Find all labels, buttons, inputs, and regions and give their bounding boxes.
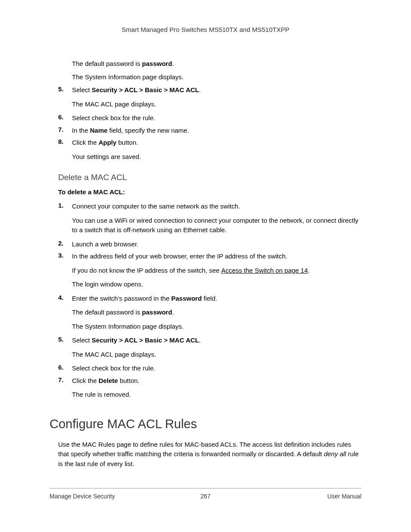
- footer-right: User Manual: [327, 493, 361, 500]
- step-sub: The rule is removed.: [72, 390, 361, 400]
- intro-bold: To delete a MAC ACL:: [58, 188, 361, 196]
- default-password-line: The default password is password.: [72, 59, 361, 69]
- step-number: 4.: [58, 294, 72, 333]
- text-fragment: If you do not know the IP address of the…: [72, 267, 221, 274]
- delete-step-4: 4. Enter the switch's password in the Pa…: [58, 294, 361, 333]
- section-heading-delete-mac-acl: Delete a MAC ACL: [58, 173, 361, 182]
- step-number: 5.: [58, 85, 72, 111]
- footer-left: Manage Device Security: [50, 493, 115, 500]
- delete-step-1: 1. Connect your computer to the same net…: [58, 202, 361, 237]
- page-header-title: Smart Managed Pro Switches MS510TX and M…: [50, 26, 361, 33]
- step-6: 6. Select check box for the rule.: [58, 113, 361, 123]
- step-content: In the Name field, specify the new name.: [72, 126, 361, 136]
- step-number: 1.: [58, 202, 72, 237]
- section-heading-configure-mac-acl: Configure MAC ACL Rules: [50, 417, 361, 431]
- text-fragment: .: [199, 336, 201, 344]
- step-sub: If you do not know the IP address of the…: [72, 266, 361, 276]
- step-number: 7.: [58, 376, 72, 401]
- delete-step-2: 2. Launch a web browser.: [58, 240, 361, 249]
- footer-page-number: 267: [200, 493, 210, 500]
- delete-step-3: 3. In the address field of your web brow…: [58, 252, 361, 291]
- step-number: 8.: [58, 138, 72, 163]
- step-sub: The login window opens.: [72, 280, 361, 289]
- configure-paragraph: Use the MAC Rules page to define rules f…: [58, 440, 361, 469]
- text-fragment: The default password is: [72, 308, 142, 316]
- cross-reference-link[interactable]: Access the Switch on page 14: [221, 267, 308, 274]
- step-number: 3.: [58, 252, 72, 291]
- step-content: Select check box for the rule.: [72, 113, 361, 123]
- text-fragment: Select: [72, 336, 92, 344]
- text-fragment: Connect your computer to the same networ…: [72, 202, 240, 210]
- text-fragment: .: [172, 60, 174, 67]
- text-bold: password: [142, 308, 172, 316]
- text-fragment: field, specify the new name.: [108, 127, 189, 134]
- page-footer: Manage Device Security 267 User Manual: [50, 488, 361, 500]
- text-fragment: In the address field of your web browser…: [72, 252, 287, 260]
- text-fragment: Use the MAC Rules page to define rules f…: [58, 441, 351, 458]
- text-fragment: field.: [202, 295, 217, 302]
- step-number: 5.: [58, 336, 72, 361]
- step-sub: Your settings are saved.: [72, 152, 361, 162]
- text-italic: deny all: [324, 450, 346, 457]
- step-sub: The System Information page displays.: [72, 322, 361, 332]
- step-content: Select Security > ACL > Basic > MAC ACL.…: [72, 85, 361, 111]
- step-content: Connect your computer to the same networ…: [72, 202, 361, 237]
- step-content: Select Security > ACL > Basic > MAC ACL.…: [72, 336, 361, 361]
- text-fragment: button.: [118, 377, 140, 384]
- step-5: 5. Select Security > ACL > Basic > MAC A…: [58, 85, 361, 111]
- text-fragment: Enter the switch's password in the: [72, 295, 171, 302]
- text-bold: Security > ACL > Basic > MAC ACL: [92, 86, 199, 93]
- step-content: Enter the switch's password in the Passw…: [72, 294, 361, 333]
- step-content: Select check box for the rule.: [72, 364, 361, 373]
- step-7: 7. In the Name field, specify the new na…: [58, 126, 361, 136]
- step-number: 6.: [58, 113, 72, 123]
- step-sub: The MAC ACL page displays.: [72, 350, 361, 360]
- text-bold: Delete: [99, 377, 118, 384]
- delete-step-7: 7. Click the Delete button. The rule is …: [58, 376, 361, 401]
- text-fragment: .: [172, 308, 174, 316]
- text-fragment: .: [308, 267, 310, 274]
- text-fragment: .: [199, 86, 201, 93]
- text-fragment: Select: [72, 86, 92, 93]
- text-fragment: Click the: [72, 377, 99, 384]
- text-bold: password: [142, 60, 172, 67]
- text-fragment: The default password is: [72, 60, 142, 67]
- step-content: Launch a web browser.: [72, 240, 361, 249]
- delete-step-6: 6. Select check box for the rule.: [58, 364, 361, 373]
- step-sub: The MAC ACL page displays.: [72, 100, 361, 109]
- text-fragment: Click the: [72, 139, 99, 146]
- step-sub: The default password is password.: [72, 308, 361, 317]
- sysinfo-line: The System Information page displays.: [72, 72, 361, 82]
- step-content: Click the Delete button. The rule is rem…: [72, 376, 361, 401]
- step-8: 8. Click the Apply button. Your settings…: [58, 138, 361, 163]
- text-bold: Password: [171, 295, 202, 302]
- step-content: Click the Apply button. Your settings ar…: [72, 138, 361, 163]
- step-number: 2.: [58, 240, 72, 249]
- text-bold: Security > ACL > Basic > MAC ACL: [92, 336, 199, 344]
- text-bold: Apply: [99, 139, 117, 146]
- text-fragment: button.: [116, 139, 138, 146]
- delete-step-5: 5. Select Security > ACL > Basic > MAC A…: [58, 336, 361, 361]
- step-content: In the address field of your web browser…: [72, 252, 361, 291]
- text-bold: Name: [90, 127, 108, 134]
- step-number: 6.: [58, 364, 72, 373]
- step-number: 7.: [58, 126, 72, 136]
- text-fragment: In the: [72, 127, 90, 134]
- step-sub: You can use a WiFi or wired connection t…: [72, 216, 361, 235]
